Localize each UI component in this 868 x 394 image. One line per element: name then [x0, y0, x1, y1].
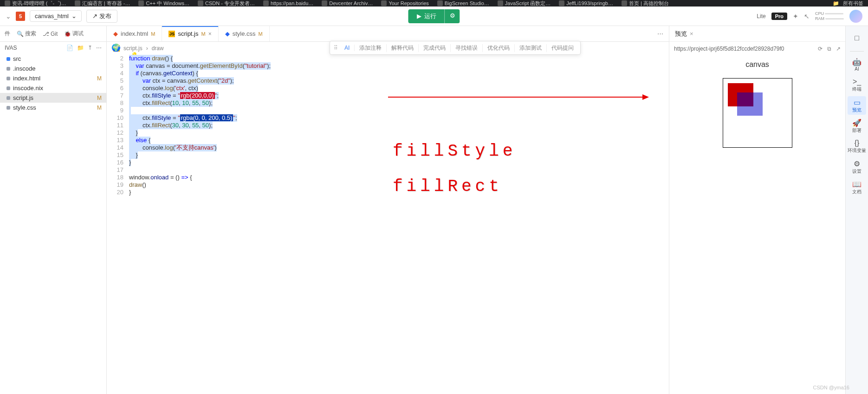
tab-style.css[interactable]: ◆style.cssM — [219, 26, 270, 41]
new-file-icon[interactable]: 📄 — [66, 45, 73, 51]
browser-tab[interactable]: 资讯-哔哩哔哩 (゜-゜)… — [5, 0, 66, 7]
editor-tabs: ◆index.htmlMJSscript.jsM×◆style.cssM⋯ — [107, 26, 669, 42]
copy-icon[interactable]: ⧉ — [827, 46, 831, 52]
blue-rect — [737, 92, 763, 116]
lite-badge: Lite — [757, 13, 765, 20]
pro-badge[interactable]: Pro — [771, 13, 787, 20]
sidebar-item-部署[interactable]: 🚀部署 — [848, 117, 866, 135]
all-bookmarks[interactable]: 📁所有书签 — [833, 0, 863, 7]
rocket-icon: ↗ — [92, 13, 97, 20]
ide-toolbar: ⌄ 5 canvas_html ⌄ ↗ 发布 ▶运行 ⚙ Lite Pro ✦ … — [0, 7, 868, 26]
run-button[interactable]: ▶运行 — [408, 9, 445, 23]
annotation-fillrect: fillRect — [393, 183, 503, 190]
gear-icon: ⚙ — [450, 12, 455, 19]
tree-item-style.css[interactable]: style.cssM — [0, 103, 106, 112]
breadcrumb-symbol[interactable]: draw — [152, 45, 164, 52]
sidebar-item-预览[interactable]: ▭预览 — [848, 96, 866, 115]
canvas-preview — [723, 78, 792, 148]
helper-item[interactable]: 解释代码 — [387, 44, 419, 52]
sidebar-item-panel[interactable]: □ — [848, 29, 866, 47]
close-icon[interactable]: × — [208, 31, 212, 37]
search-action[interactable]: 🔍搜索 — [17, 30, 36, 38]
browser-tab-strip: 资讯-哔哩哔哩 (゜-゜)… 汇编语言 | 寄存器 -… C++ 中 Windo… — [0, 0, 868, 7]
browser-tab[interactable]: Your Repositories — [381, 0, 428, 6]
right-sidebar: □🤖AI>_终端▭预览🚀部署{}环境变量⚙设置📖文档 — [846, 26, 868, 394]
browser-tab[interactable]: https://pan.baidu… — [263, 0, 313, 6]
sidebar-item-文档[interactable]: 📖文档 — [848, 178, 866, 197]
project-title: IVAS — [5, 45, 17, 51]
chevron-down-icon[interactable]: ⌄ — [6, 13, 11, 20]
preview-panel: 预览 × https://project-iprj65f5d812fccdef2… — [669, 26, 846, 394]
browser-tab[interactable]: 汇编语言 | 寄存器 -… — [75, 0, 130, 7]
play-icon: ▶ — [417, 13, 421, 20]
refresh-icon[interactable]: ⟳ — [818, 46, 823, 52]
tabs-more-icon[interactable]: ⋯ — [652, 26, 669, 41]
globe-icon: 🌍 — [111, 43, 121, 52]
tab-index.html[interactable]: ◆index.htmlM — [107, 26, 162, 41]
resource-meters: CPU RAM — [815, 11, 844, 21]
sidebar-item-环境变量[interactable]: {}环境变量 — [848, 137, 866, 156]
helper-ai[interactable]: AI — [340, 45, 355, 51]
watermark: CSDN @yma16 — [813, 385, 849, 390]
browser-tab[interactable]: BigScreen Studio… — [437, 0, 489, 6]
sidebar-item-终端[interactable]: >_终端 — [848, 76, 866, 94]
helper-item[interactable]: 优化代码 — [483, 44, 515, 52]
code-editor[interactable]: 234567891011121314151617181920 function … — [107, 55, 669, 394]
helper-item[interactable]: 代码提问 — [547, 44, 578, 52]
drag-handle-icon[interactable]: ⠿ — [332, 45, 340, 51]
browser-tab[interactable]: 首页 | 高德控制台 — [622, 0, 669, 7]
file-action[interactable]: 件 — [5, 30, 10, 38]
helper-item[interactable]: 添加测试 — [515, 44, 547, 52]
browser-tab[interactable]: JavaScript 函数定… — [498, 0, 551, 7]
html5-icon: 5 — [16, 12, 25, 21]
tree-item-index.html[interactable]: index.htmlM — [0, 73, 106, 83]
git-action[interactable]: ⎇ Git — [43, 31, 58, 37]
project-selector[interactable]: canvas_html ⌄ — [30, 10, 82, 22]
more-icon[interactable]: ⋯ — [96, 45, 102, 51]
upload-icon[interactable]: ⤒ — [88, 45, 92, 51]
tree-item-inscode.nix[interactable]: inscode.nix — [0, 83, 106, 93]
new-folder-icon[interactable]: 📁 — [77, 45, 84, 51]
cursor-icon[interactable]: ↖ — [804, 13, 810, 20]
chevron-down-icon: ⌄ — [71, 13, 77, 20]
sidebar-item-AI[interactable]: 🤖AI — [848, 55, 866, 74]
helper-item[interactable]: 完成代码 — [419, 44, 451, 52]
preview-title: 预览 — [675, 30, 687, 38]
browser-tab[interactable]: CSDN - 专业开发者… — [198, 0, 255, 7]
preview-url[interactable]: https://project-iprj65f5d812fccdef28928d… — [674, 46, 813, 52]
helper-item[interactable]: 寻找错误 — [451, 44, 483, 52]
preview-page-title: canvas — [745, 60, 769, 69]
breadcrumb-file[interactable]: script.js — [123, 45, 143, 52]
open-external-icon[interactable]: ↗ — [836, 46, 841, 52]
tree-item-src[interactable]: src — [0, 54, 106, 64]
tree-item-.inscode[interactable]: .inscode — [0, 64, 106, 73]
ai-helper-bar: ⠿ AI 添加注释 解释代码 完成代码 寻找错误 优化代码 添加测试 代码提问 — [330, 41, 581, 55]
annotation-arrow — [388, 97, 648, 98]
editor-panel: ◆index.htmlMJSscript.jsM×◆style.cssM⋯ JS… — [107, 26, 669, 394]
sidebar-item-设置[interactable]: ⚙设置 — [848, 158, 866, 176]
compass-icon[interactable]: ✦ — [793, 13, 798, 20]
browser-tab[interactable]: JeffLi1993/springb… — [559, 0, 613, 6]
tab-script.js[interactable]: JSscript.jsM× — [162, 26, 218, 41]
annotation-fillstyle: fillStyle — [393, 148, 516, 155]
browser-tab[interactable]: C++ 中 Windows… — [138, 0, 189, 7]
avatar[interactable] — [849, 10, 862, 23]
close-icon[interactable]: × — [690, 30, 693, 37]
project-name: canvas_html — [35, 13, 69, 20]
browser-tab[interactable]: Devcenter Archiv… — [322, 0, 373, 6]
debug-action[interactable]: 🐞调试 — [64, 30, 84, 38]
helper-item[interactable]: 添加注释 — [355, 44, 387, 52]
publish-button[interactable]: ↗ 发布 — [86, 10, 117, 23]
file-explorer: 件 🔍搜索 ⎇ Git 🐞调试 IVAS 📄 📁 ⤒ ⋯ src.inscode… — [0, 26, 107, 394]
run-settings-button[interactable]: ⚙ — [445, 9, 460, 23]
tree-item-script.js[interactable]: script.jsM — [0, 93, 106, 103]
breadcrumb: JS 🌍 script.js › draw 💡 ⠿ AI 添加注释 解释代码 完… — [107, 42, 669, 55]
